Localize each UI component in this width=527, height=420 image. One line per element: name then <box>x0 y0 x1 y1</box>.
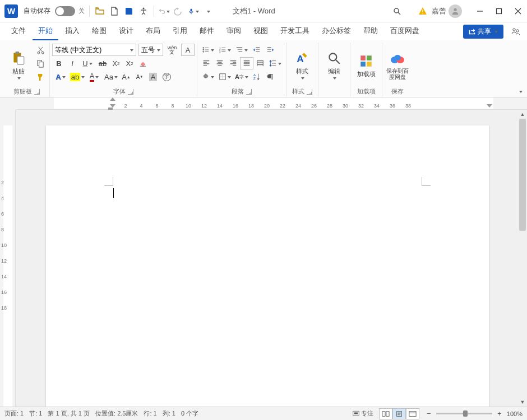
minimize-button[interactable] <box>475 7 484 16</box>
numbering-button[interactable]: 123 <box>216 44 233 56</box>
vertical-scrollbar[interactable]: ▲ ▼ <box>518 110 527 407</box>
change-case-button[interactable]: Aa <box>103 71 119 83</box>
bullets-button[interactable] <box>200 44 216 56</box>
focus-mode-button[interactable]: 专注 <box>353 409 373 418</box>
paste-button[interactable]: 粘贴 <box>6 44 31 87</box>
maximize-button[interactable] <box>494 7 503 16</box>
align-justify-button[interactable] <box>240 57 253 69</box>
increase-indent-button[interactable] <box>264 44 277 56</box>
styles-button[interactable]: A 样式 <box>289 44 316 87</box>
status-line[interactable]: 行: 1 <box>144 409 156 418</box>
tab-mailings[interactable]: 邮件 <box>194 22 220 40</box>
font-dialog-launcher[interactable] <box>128 89 133 95</box>
tab-home[interactable]: 开始 <box>33 22 58 40</box>
show-marks-button[interactable] <box>264 71 277 83</box>
shrink-font-button[interactable]: A▼ <box>133 71 146 83</box>
character-border-button[interactable]: A <box>181 44 195 56</box>
align-left-button[interactable] <box>200 57 213 69</box>
tab-file[interactable]: 文件 <box>6 22 31 40</box>
tab-layout[interactable]: 布局 <box>140 22 166 40</box>
addins-button[interactable]: 加载项 <box>353 44 380 87</box>
autosave-toggle[interactable] <box>55 6 75 16</box>
font-name-combo[interactable]: 等线 (中文正文) <box>52 44 136 56</box>
sort-button[interactable]: AZ <box>250 71 264 83</box>
dictate-icon[interactable] <box>188 6 199 17</box>
scroll-thumb[interactable] <box>519 119 526 231</box>
align-distributed-button[interactable] <box>253 57 267 69</box>
zoom-out-button[interactable]: − <box>425 410 433 418</box>
tab-developer[interactable]: 开发工具 <box>275 22 315 40</box>
multilevel-list-button[interactable] <box>233 44 250 56</box>
tab-help[interactable]: 帮助 <box>358 22 383 40</box>
clipboard-dialog-launcher[interactable] <box>34 89 40 95</box>
status-page[interactable]: 页面: 1 <box>4 409 24 418</box>
account-button[interactable]: 嘉曾 <box>432 4 462 18</box>
status-section[interactable]: 节: 1 <box>29 409 42 418</box>
shading-button[interactable] <box>200 71 216 83</box>
line-spacing-button[interactable] <box>267 57 284 69</box>
close-button[interactable] <box>514 7 523 16</box>
ribbon-collapse-button[interactable] <box>518 88 523 95</box>
tab-draw[interactable]: 绘图 <box>86 22 112 40</box>
web-layout-button[interactable] <box>406 408 419 419</box>
phonetic-guide-button[interactable]: wén文 <box>165 44 179 56</box>
zoom-level[interactable]: 100% <box>507 410 523 417</box>
status-page-of[interactable]: 第 1 页, 共 1 页 <box>48 409 90 418</box>
tab-view[interactable]: 视图 <box>248 22 274 40</box>
zoom-in-button[interactable]: + <box>496 410 503 418</box>
status-position[interactable]: 位置值: 2.5厘米 <box>95 409 138 418</box>
zoom-slider[interactable] <box>436 413 492 414</box>
share-button[interactable]: 共享 <box>463 25 503 39</box>
search-icon[interactable] <box>391 6 403 17</box>
baidu-save-button[interactable]: 保存到百度网盘 <box>385 44 410 87</box>
font-size-combo[interactable]: 五号 <box>138 44 163 56</box>
underline-button[interactable]: U <box>79 57 96 69</box>
redo-icon[interactable] <box>173 6 184 17</box>
open-icon[interactable] <box>94 6 105 17</box>
ruler-vertical[interactable]: 24681012141618 <box>0 110 16 407</box>
borders-button[interactable] <box>216 71 233 83</box>
font-color-button[interactable]: A <box>86 71 103 83</box>
tab-officetab[interactable]: 办公标签 <box>316 22 357 40</box>
format-painter-button[interactable] <box>34 71 47 83</box>
read-mode-button[interactable] <box>379 408 392 419</box>
tab-insert[interactable]: 插入 <box>59 22 85 40</box>
new-doc-icon[interactable] <box>109 6 120 17</box>
page[interactable] <box>46 125 489 407</box>
first-line-indent-marker[interactable] <box>110 97 115 101</box>
italic-button[interactable]: I <box>66 57 79 69</box>
superscript-button[interactable]: X2 <box>123 57 136 69</box>
styles-dialog-launcher[interactable] <box>307 89 312 95</box>
subscript-button[interactable]: X2 <box>109 57 123 69</box>
enclose-characters-button[interactable]: 字 <box>160 71 173 83</box>
qat-customize-icon[interactable] <box>202 6 214 17</box>
asian-layout-button[interactable]: A字 <box>233 71 250 83</box>
tab-baidu[interactable]: 百度网盘 <box>385 22 425 40</box>
cut-button[interactable] <box>34 44 47 56</box>
print-layout-button[interactable] <box>392 408 406 419</box>
warning-icon[interactable] <box>417 6 428 17</box>
save-icon[interactable] <box>123 6 135 17</box>
tab-design[interactable]: 设计 <box>113 22 139 40</box>
align-center-button[interactable] <box>213 57 226 69</box>
bold-button[interactable]: B <box>52 57 66 69</box>
status-col[interactable]: 列: 1 <box>163 409 175 418</box>
comments-icon[interactable] <box>510 26 521 37</box>
scroll-down-button[interactable]: ▼ <box>518 398 527 407</box>
right-indent-marker[interactable] <box>487 104 492 108</box>
grow-font-button[interactable]: A▲ <box>119 71 133 83</box>
editing-button[interactable]: 编辑 <box>321 44 348 87</box>
align-right-button[interactable] <box>226 57 240 69</box>
text-effects-button[interactable]: A <box>52 71 69 83</box>
zoom-slider-knob[interactable] <box>463 410 468 417</box>
decrease-indent-button[interactable] <box>250 44 264 56</box>
paragraph-dialog-launcher[interactable] <box>246 89 252 95</box>
strikethrough-button[interactable]: ab <box>96 57 109 69</box>
accessibility-icon[interactable] <box>138 6 149 17</box>
undo-icon[interactable] <box>159 6 170 17</box>
ruler-horizontal[interactable]: 2468101214161820222426283032343638 <box>16 97 527 110</box>
character-shading-button[interactable]: A <box>146 71 160 83</box>
tab-review[interactable]: 审阅 <box>221 22 247 40</box>
copy-button[interactable] <box>34 57 47 69</box>
highlight-button[interactable]: ab <box>69 71 86 83</box>
